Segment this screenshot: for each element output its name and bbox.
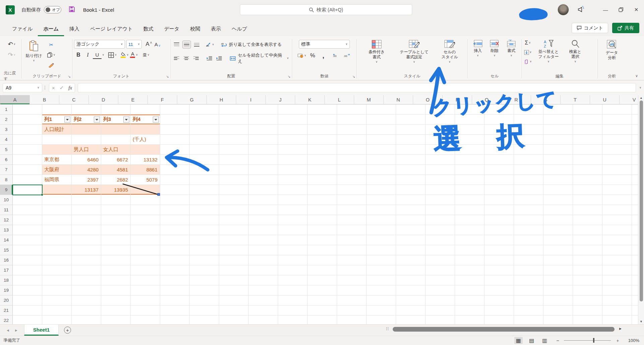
cell-Q17[interactable]: [485, 265, 514, 275]
cell-G9[interactable]: [190, 185, 219, 195]
cell-I3[interactable]: [249, 125, 278, 135]
cell-K2[interactable]: [308, 115, 337, 125]
cell-K13[interactable]: [308, 225, 337, 235]
col-header-J[interactable]: J: [266, 95, 295, 105]
cell-G21[interactable]: [190, 305, 219, 316]
cell-F20[interactable]: [160, 295, 190, 305]
cell-O8[interactable]: [426, 175, 455, 185]
cell-T18[interactable]: [573, 275, 602, 285]
cell-I20[interactable]: [249, 295, 278, 305]
cell-D20[interactable]: [101, 295, 131, 305]
number-format-select[interactable]: 標準∨: [299, 40, 350, 49]
cell-D7[interactable]: 4581: [101, 165, 131, 175]
cell-H6[interactable]: [219, 155, 249, 165]
fill-button[interactable]: ∨: [523, 48, 532, 56]
cell-A5[interactable]: [13, 145, 42, 155]
cell-L4[interactable]: [337, 135, 367, 145]
col-header-H[interactable]: H: [207, 95, 236, 105]
cell-E8[interactable]: 5079: [131, 175, 160, 185]
col-header-A[interactable]: A: [0, 95, 30, 105]
cell-A8[interactable]: [13, 175, 42, 185]
cell-F19[interactable]: [160, 285, 190, 295]
cell-P21[interactable]: [455, 305, 485, 316]
cell-N13[interactable]: [396, 225, 426, 235]
cell-T6[interactable]: [573, 155, 602, 165]
cell-F4[interactable]: [160, 135, 190, 145]
cell-B22[interactable]: [42, 316, 72, 324]
cell-G14[interactable]: [190, 235, 219, 245]
cell-H16[interactable]: [219, 255, 249, 265]
cell-V1[interactable]: [632, 105, 638, 115]
accounting-format-button[interactable]: ∨: [298, 52, 306, 60]
cell-R16[interactable]: [514, 255, 543, 265]
cell-B3[interactable]: 人口統計: [42, 125, 72, 135]
cell-D6[interactable]: 6672: [101, 155, 131, 165]
cell-P19[interactable]: [455, 285, 485, 295]
cell-A17[interactable]: [13, 265, 42, 275]
cell-A11[interactable]: [13, 205, 42, 215]
cell-Q3[interactable]: [485, 125, 514, 135]
conditional-formatting-button[interactable]: 条件付き 書式 ∨: [359, 39, 394, 63]
tab-data[interactable]: データ: [159, 22, 185, 36]
cell-D14[interactable]: [101, 235, 131, 245]
cell-B20[interactable]: [42, 295, 72, 305]
cell-R13[interactable]: [514, 225, 543, 235]
cell-K14[interactable]: [308, 235, 337, 245]
cell-P8[interactable]: [455, 175, 485, 185]
cell-O15[interactable]: [426, 245, 455, 255]
cell-I11[interactable]: [249, 205, 278, 215]
cell-A16[interactable]: [13, 255, 42, 265]
save-icon[interactable]: [69, 6, 75, 13]
cell-G6[interactable]: [190, 155, 219, 165]
tab-file[interactable]: ファイル: [7, 22, 38, 36]
cell-T13[interactable]: [573, 225, 602, 235]
normal-view-button[interactable]: ▦: [514, 337, 523, 344]
cell-F22[interactable]: [160, 316, 190, 324]
cell-E11[interactable]: [131, 205, 160, 215]
cell-L3[interactable]: [337, 125, 367, 135]
decrease-decimal-button[interactable]: .00: [342, 52, 351, 60]
cell-T3[interactable]: [573, 125, 602, 135]
col-header-R[interactable]: R: [502, 95, 531, 105]
cell-T14[interactable]: [573, 235, 602, 245]
cell-J4[interactable]: [278, 135, 308, 145]
cell-I15[interactable]: [249, 245, 278, 255]
align-right-button[interactable]: [192, 54, 200, 62]
tab-scrollbar-splitter[interactable]: ⁞⁞: [386, 326, 389, 331]
cell-S7[interactable]: [543, 165, 573, 175]
cell-P7[interactable]: [455, 165, 485, 175]
cell-A7[interactable]: [13, 165, 42, 175]
cell-V5[interactable]: [632, 145, 638, 155]
cell-H15[interactable]: [219, 245, 249, 255]
col-header-S[interactable]: S: [531, 95, 561, 105]
cell-P22[interactable]: [455, 316, 485, 324]
cell-L1[interactable]: [337, 105, 367, 115]
cell-I21[interactable]: [249, 305, 278, 316]
cell-F18[interactable]: [160, 275, 190, 285]
cell-C15[interactable]: [72, 245, 101, 255]
col-header-T[interactable]: T: [561, 95, 590, 105]
cell-F7[interactable]: [160, 165, 190, 175]
cell-styles-button[interactable]: セルの スタイル ∨: [434, 39, 465, 63]
cell-T8[interactable]: [573, 175, 602, 185]
cell-E22[interactable]: [131, 316, 160, 324]
copy-button[interactable]: ∨: [47, 51, 56, 59]
cell-T1[interactable]: [573, 105, 602, 115]
tab-insert[interactable]: 挿入: [64, 22, 85, 36]
cell-G11[interactable]: [190, 205, 219, 215]
cell-E13[interactable]: [131, 225, 160, 235]
col-header-C[interactable]: C: [59, 95, 89, 105]
cell-T10[interactable]: [573, 195, 602, 205]
cell-T17[interactable]: [573, 265, 602, 275]
cell-V10[interactable]: [632, 195, 638, 205]
cell-D18[interactable]: [101, 275, 131, 285]
cell-K16[interactable]: [308, 255, 337, 265]
cell-O16[interactable]: [426, 255, 455, 265]
horizontal-scroll-thumb[interactable]: [393, 327, 615, 332]
cell-I14[interactable]: [249, 235, 278, 245]
formula-bar-splitter[interactable]: ⁞: [44, 85, 46, 90]
cell-B11[interactable]: [42, 205, 72, 215]
cell-L15[interactable]: [337, 245, 367, 255]
cell-M11[interactable]: [367, 205, 396, 215]
cell-S13[interactable]: [543, 225, 573, 235]
